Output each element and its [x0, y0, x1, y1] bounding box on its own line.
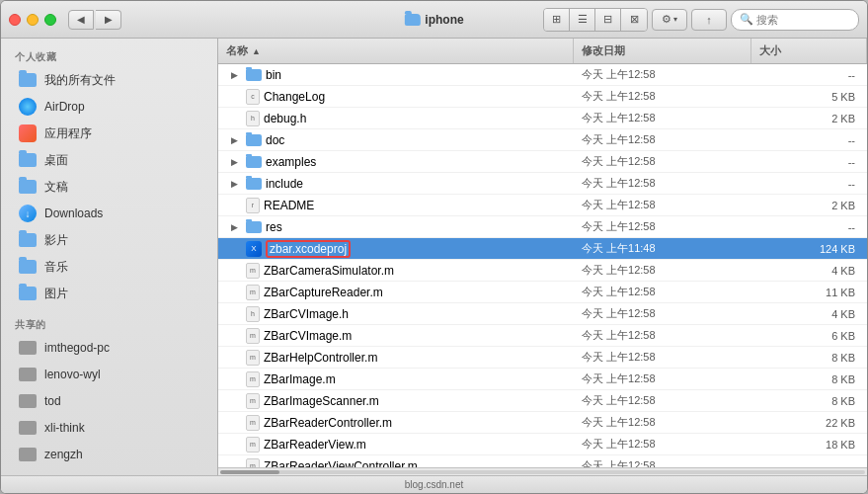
file-name-cell: h debug.h	[218, 111, 574, 126]
file-icon: c	[246, 89, 260, 105]
file-icon: m	[246, 350, 260, 366]
expand-arrow-icon[interactable]: ▶	[226, 219, 242, 235]
file-size-cell: 8 KB	[751, 352, 867, 364]
search-box[interactable]: 🔍	[731, 9, 859, 31]
finder-window: ◀ ▶ iphone ⊞ ☰ ⊟ ⊠ ⚙ ▾ ↑ 🔍	[0, 0, 868, 494]
file-row[interactable]: m ZBarCVImage.m 今天 上午12:58 6 KB	[218, 325, 867, 347]
file-row[interactable]: r README 今天 上午12:58 2 KB	[218, 195, 867, 216]
sidebar-item-imthegod-pc[interactable]: imthegod-pc	[5, 335, 213, 361]
share-button[interactable]: ↑	[691, 9, 727, 31]
col-name-header[interactable]: 名称 ▲	[218, 39, 574, 63]
file-size-cell: --	[751, 460, 867, 468]
file-size-cell: --	[751, 134, 867, 146]
computer-icon	[19, 368, 37, 381]
expand-arrow-icon[interactable]: ▶	[226, 132, 242, 148]
sidebar-item-xli-think[interactable]: xli-think	[5, 415, 213, 441]
file-name-text: ZBarReaderViewController.m	[264, 459, 418, 468]
sidebar-item-lenovo-wyl[interactable]: lenovo-wyl	[5, 362, 213, 387]
file-size-cell: 6 KB	[751, 330, 867, 342]
file-icon: r	[246, 198, 260, 213]
maximize-button[interactable]	[44, 14, 56, 26]
file-row[interactable]: ▶ doc 今天 上午12:58 --	[218, 129, 867, 151]
file-row[interactable]: h ZBarCVImage.h 今天 上午12:58 4 KB	[218, 303, 867, 325]
file-row[interactable]: m ZBarHelpController.m 今天 上午12:58 8 KB	[218, 347, 867, 369]
file-name-cell: m ZBarImageScanner.m	[218, 393, 574, 409]
sidebar-item-movies[interactable]: 影片	[5, 227, 213, 253]
expand-arrow-icon[interactable]: ▶	[226, 67, 242, 83]
file-icon: m	[246, 263, 260, 279]
file-row[interactable]: ▶ include 今天 上午12:58 --	[218, 173, 867, 195]
file-date-cell: 今天 上午12:58	[574, 219, 751, 234]
file-name-cell: h ZBarCVImage.h	[218, 306, 574, 322]
file-size-cell: 4 KB	[751, 308, 867, 320]
col-size-header[interactable]: 大小	[751, 39, 867, 63]
file-list-header: 名称 ▲ 修改日期 大小	[218, 39, 867, 64]
file-name-text: ZBarCameraSimulator.m	[264, 264, 394, 278]
sidebar-item-label: 图片	[44, 286, 68, 302]
gear-icon: ⚙	[662, 13, 671, 26]
sidebar-item-label: 影片	[44, 232, 68, 249]
close-button[interactable]	[9, 14, 21, 26]
folder-icon	[19, 233, 37, 247]
file-area: 名称 ▲ 修改日期 大小 ▶ bin 今天 上	[218, 39, 867, 475]
file-row[interactable]: h debug.h 今天 上午12:58 2 KB	[218, 108, 867, 129]
file-row[interactable]: m ZBarReaderView.m 今天 上午12:58 18 KB	[218, 434, 867, 455]
file-name-text: res	[266, 220, 282, 234]
sidebar-item-zengzh[interactable]: zengzh	[5, 442, 213, 467]
sidebar-item-music[interactable]: 音乐	[5, 254, 213, 280]
folder-icon	[246, 69, 262, 81]
file-row[interactable]: m ZBarCaptureReader.m 今天 上午12:58 11 KB	[218, 282, 867, 303]
file-name-cell: m ZBarHelpController.m	[218, 350, 574, 366]
back-button[interactable]: ◀	[68, 10, 94, 30]
file-row[interactable]: ▶ res 今天 上午12:58 --	[218, 216, 867, 238]
file-row[interactable]: ▶ bin 今天 上午12:58 --	[218, 64, 867, 86]
sidebar-item-desktop[interactable]: 桌面	[5, 147, 213, 173]
sidebar-item-docs[interactable]: 文稿	[5, 174, 213, 200]
view-cover-button[interactable]: ⊠	[621, 9, 647, 31]
file-date-cell: 今天 上午12:58	[574, 132, 751, 147]
file-row[interactable]: m ZBarImageScanner.m 今天 上午12:58 8 KB	[218, 390, 867, 412]
search-input[interactable]	[756, 14, 850, 26]
sidebar-item-downloads[interactable]: ↓ Downloads	[5, 201, 213, 226]
file-row[interactable]: m ZBarReaderViewController.m 今天 上午12:58 …	[218, 455, 867, 467]
scrollbar-track	[220, 470, 865, 474]
file-row[interactable]: c ChangeLog 今天 上午12:58 5 KB	[218, 86, 867, 108]
title-folder-icon	[404, 14, 420, 26]
file-name-text: ChangeLog	[264, 90, 325, 104]
file-name-cell: ▶ res	[218, 219, 574, 235]
computer-icon	[19, 448, 37, 461]
minimize-button[interactable]	[27, 14, 39, 26]
horizontal-scrollbar[interactable]	[218, 467, 867, 475]
view-icon-button[interactable]: ⊞	[544, 9, 570, 31]
sidebar-item-tod[interactable]: tod	[5, 388, 213, 414]
scrollbar-thumb[interactable]	[220, 470, 279, 474]
file-name-text: bin	[266, 68, 281, 82]
sidebar-item-airdrop[interactable]: AirDrop	[5, 94, 213, 120]
view-list-button[interactable]: ☰	[570, 9, 595, 31]
file-name-text: README	[264, 199, 314, 212]
file-row-xcodeproj[interactable]: X zbar.xcodeproj 今天 上午11:48 124 KB	[218, 238, 867, 260]
expand-arrow-icon[interactable]: ▶	[226, 176, 242, 192]
computer-icon	[19, 341, 37, 355]
file-name-text: ZBarImage.m	[264, 372, 336, 386]
file-size-cell: 5 KB	[751, 91, 867, 103]
file-row[interactable]: m ZBarReaderController.m 今天 上午12:58 22 K…	[218, 412, 867, 434]
file-row[interactable]: ▶ examples 今天 上午12:58 --	[218, 151, 867, 173]
titlebar: ◀ ▶ iphone ⊞ ☰ ⊟ ⊠ ⚙ ▾ ↑ 🔍	[1, 1, 867, 39]
file-date-cell: 今天 上午12:58	[574, 111, 751, 125]
expand-arrow-icon[interactable]: ▶	[226, 154, 242, 170]
sidebar-item-pictures[interactable]: 图片	[5, 281, 213, 306]
file-size-cell: 2 KB	[751, 113, 867, 124]
file-icon: m	[246, 393, 260, 409]
file-row[interactable]: m ZBarCameraSimulator.m 今天 上午12:58 4 KB	[218, 260, 867, 282]
forward-button[interactable]: ▶	[96, 10, 121, 30]
file-name-cell: r README	[218, 198, 574, 213]
sidebar-item-all-files[interactable]: 我的所有文件	[5, 67, 213, 93]
file-size-cell: 8 KB	[751, 395, 867, 407]
sidebar-item-apps[interactable]: 应用程序	[5, 121, 213, 146]
file-row[interactable]: m ZBarImage.m 今天 上午12:58 8 KB	[218, 369, 867, 390]
col-date-header[interactable]: 修改日期	[574, 39, 751, 63]
view-column-button[interactable]: ⊟	[595, 9, 621, 31]
computer-icon	[19, 394, 37, 408]
action-button[interactable]: ⚙ ▾	[652, 9, 687, 31]
